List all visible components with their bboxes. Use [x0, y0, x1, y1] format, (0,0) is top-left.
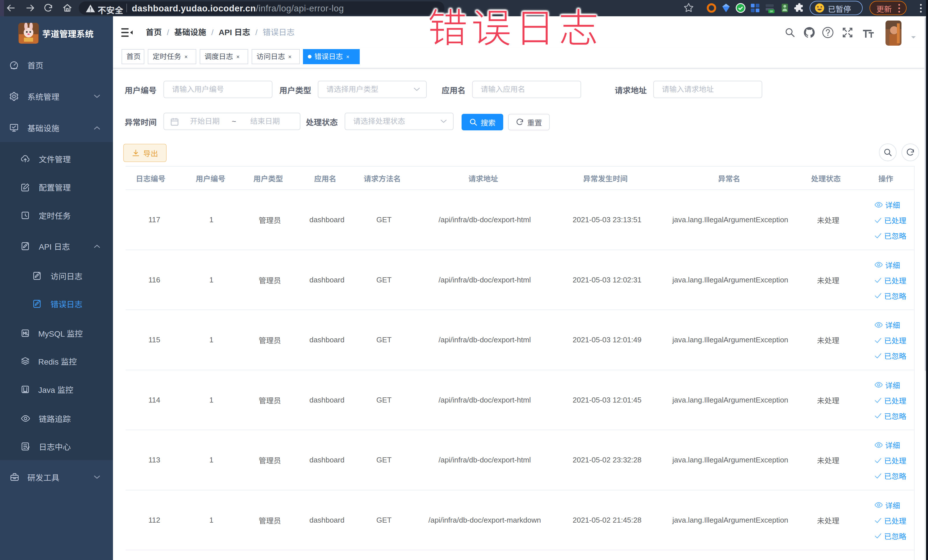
svg-text:on: on [770, 10, 773, 13]
